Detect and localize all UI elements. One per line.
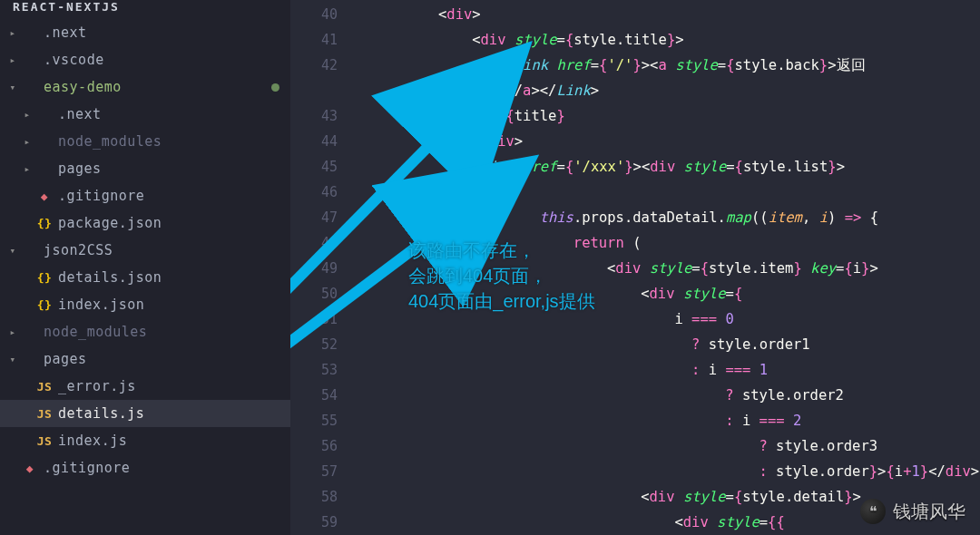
expand-arrow-icon[interactable]: ▸: [20, 136, 34, 148]
code-editor[interactable]: 4041424344454647484950515253545556575859…: [290, 0, 980, 535]
code-content[interactable]: <div><div style={style.title}><Link href…: [354, 0, 980, 535]
tree-item--vscode[interactable]: ▸.vscode: [0, 46, 290, 73]
tree-item-label: node_modules: [58, 133, 290, 150]
line-number: 58: [290, 484, 338, 510]
line-number: 40: [290, 2, 338, 27]
project-root-label[interactable]: REACT-NEXTJS: [0, 0, 290, 19]
tree-item--next[interactable]: ▸.next: [0, 19, 290, 46]
expand-arrow-icon[interactable]: ▸: [5, 54, 20, 66]
line-number: 49: [290, 256, 338, 281]
ic-git-icon: ◆: [20, 462, 40, 475]
tree-item-pages[interactable]: ▸pages: [0, 155, 290, 182]
tree-item-label: pages: [44, 351, 290, 367]
code-line[interactable]: {title}: [354, 103, 980, 129]
tree-item-details-js[interactable]: ▸JSdetails.js: [0, 400, 290, 427]
code-line[interactable]: : style.order}>{i+1}</div>: [354, 459, 980, 484]
tree-item--gitignore[interactable]: ▸◆.gitignore: [0, 182, 290, 209]
code-line[interactable]: </a></Link>: [354, 78, 980, 103]
code-line[interactable]: {: [354, 180, 980, 205]
tree-item--error-js[interactable]: ▸JS_error.js: [0, 373, 290, 400]
line-number: 56: [290, 433, 338, 459]
line-number: 50: [290, 281, 338, 306]
code-line[interactable]: i === 0: [354, 306, 980, 332]
expand-arrow-icon[interactable]: ▸: [20, 109, 34, 121]
expand-arrow-icon[interactable]: ▸: [20, 163, 34, 175]
tree-item-label: .gitignore: [44, 460, 290, 476]
tree-item-easy-demo[interactable]: ▾easy-demo: [0, 73, 290, 101]
tree-item-index-js[interactable]: ▸JSindex.js: [0, 427, 290, 454]
tree-item-label: index.json: [58, 297, 290, 313]
tree-item-label: .gitignore: [58, 188, 290, 204]
code-line[interactable]: <Link href={'/xxx'}><div style={style.li…: [354, 154, 980, 180]
file-tree[interactable]: ▸.next▸.vscode▾easy-demo▸.next▸node_modu…: [0, 19, 290, 535]
line-number: 44: [290, 129, 338, 154]
code-line[interactable]: <div style={style.item} key={i}>: [354, 256, 980, 281]
code-line[interactable]: </div>: [354, 129, 980, 154]
tree-item-label: details.json: [58, 269, 290, 286]
ic-json-icon: {}: [34, 217, 54, 230]
ic-git-icon: ◆: [34, 190, 54, 203]
tree-item-label: node_modules: [44, 324, 290, 340]
expand-arrow-icon[interactable]: ▸: [5, 326, 20, 338]
expand-arrow-icon[interactable]: ▾: [5, 354, 20, 365]
wechat-icon: ❝: [860, 499, 886, 524]
code-line[interactable]: ? style.order3: [354, 433, 980, 459]
tree-item-label: json2CSS: [44, 242, 290, 258]
line-number: 57: [290, 459, 338, 484]
tree-item-label: details.js: [58, 405, 290, 422]
file-explorer-sidebar[interactable]: REACT-NEXTJS ▸.next▸.vscode▾easy-demo▸.n…: [0, 0, 290, 535]
tree-item-node-modules[interactable]: ▸node_modules: [0, 128, 290, 155]
tree-item-details-json[interactable]: ▸{}details.json: [0, 264, 290, 291]
tree-item-json2css[interactable]: ▾json2CSS: [0, 237, 290, 264]
expand-arrow-icon[interactable]: ▾: [5, 82, 20, 93]
expand-arrow-icon[interactable]: ▾: [5, 245, 20, 257]
line-number: 41: [290, 27, 338, 53]
tree-item-index-json[interactable]: ▸{}index.json: [0, 291, 290, 318]
line-number: 59: [290, 510, 338, 535]
tree-item-label: pages: [58, 160, 290, 177]
tree-item-pages[interactable]: ▾pages: [0, 345, 290, 373]
ic-json-icon: {}: [34, 271, 54, 285]
code-line[interactable]: <div>: [354, 2, 980, 27]
tree-item-label: easy-demo: [44, 79, 271, 95]
line-number: 42: [290, 53, 338, 78]
code-line[interactable]: : i === 2: [354, 408, 980, 433]
line-number: 51: [290, 306, 338, 332]
code-line[interactable]: ? style.order1: [354, 332, 980, 357]
line-number: 43: [290, 103, 338, 129]
line-number: 47: [290, 205, 338, 230]
line-number: 55: [290, 408, 338, 433]
tree-item--next[interactable]: ▸.next: [0, 101, 290, 128]
code-line[interactable]: return (: [354, 230, 980, 256]
code-line[interactable]: <div style={style.title}>: [354, 27, 980, 53]
modified-dot-icon: [271, 83, 279, 92]
code-line[interactable]: this.props.dataDetail.map((item, i) => {: [354, 205, 980, 230]
line-number: 53: [290, 357, 338, 383]
tree-item--gitignore[interactable]: ▸◆.gitignore: [0, 454, 290, 482]
ic-json-icon: {}: [34, 298, 54, 312]
tree-item-label: .vscode: [44, 52, 290, 68]
tree-item-package-json[interactable]: ▸{}package.json: [0, 209, 290, 237]
code-line[interactable]: : i === 1: [354, 357, 980, 383]
line-number-gutter: 4041424344454647484950515253545556575859…: [290, 0, 354, 535]
watermark-badge: ❝ 钱塘风华: [860, 499, 965, 524]
ic-js-icon: JS: [34, 380, 54, 394]
line-number: [290, 78, 338, 103]
ic-js-icon: JS: [34, 407, 54, 421]
watermark-text: 钱塘风华: [893, 500, 965, 524]
line-number: 48: [290, 230, 338, 256]
tree-item-label: index.js: [58, 433, 290, 449]
expand-arrow-icon[interactable]: ▸: [5, 27, 20, 39]
code-line[interactable]: ? style.order2: [354, 383, 980, 408]
tree-item-label: .next: [44, 24, 290, 41]
code-line[interactable]: <div style={: [354, 281, 980, 306]
tree-item-label: .next: [58, 106, 290, 122]
tree-item-label: package.json: [58, 215, 290, 231]
tree-item-label: _error.js: [58, 378, 290, 394]
line-number: 52: [290, 332, 338, 357]
line-number: 54: [290, 383, 338, 408]
tree-item-node-modules[interactable]: ▸node_modules: [0, 318, 290, 345]
line-number: 45: [290, 154, 338, 180]
code-line[interactable]: <Link href={'/'}><a style={style.back}>返…: [354, 53, 980, 78]
ic-js-icon: JS: [34, 434, 54, 448]
